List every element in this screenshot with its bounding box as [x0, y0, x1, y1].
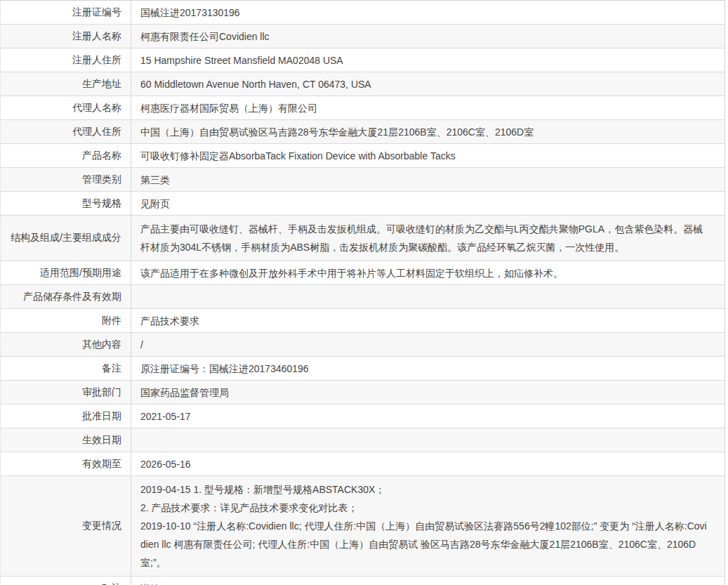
row-label-text: 代理人名称: [72, 102, 121, 114]
row-value: 柯惠有限责任公司Covidien llc: [131, 25, 724, 48]
row-label: 有效期至: [1, 452, 131, 475]
table-row: 有效期至2026-05-16: [1, 452, 724, 476]
row-value-text: 产品技术要求: [140, 314, 712, 328]
row-label-text: 审批部门: [82, 386, 121, 399]
row-label-text: 注册证编号: [72, 6, 121, 19]
row-label-text: 结构及组成/主要组成成分: [11, 232, 121, 244]
table-row: 产品名称可吸收钉修补固定器AbsorbaTack Fixation Device…: [1, 144, 724, 168]
row-label: 备注: [1, 357, 131, 380]
row-value: 60 Middletown Avenue North Haven, CT 064…: [131, 72, 724, 96]
row-label: 注册人住所: [1, 48, 131, 72]
row-value: 2026-05-16: [131, 452, 724, 475]
row-value-text: 2026-05-16: [140, 457, 712, 471]
row-value-text: 中国（上海）自由贸易试验区马吉路28号东华金融大厦21层2106B室、2106C…: [140, 125, 712, 139]
row-label: 注册人名称: [1, 25, 131, 48]
row-label-text: 产品名称: [82, 150, 121, 162]
row-label: 型号规格: [1, 192, 131, 215]
row-value-text: 该产品适用于在多种微创及开放外科手术中用于将补片等人工材料固定于软组织上，如疝修…: [140, 266, 712, 280]
row-value: 可吸收钉修补固定器AbsorbaTack Fixation Device wit…: [131, 144, 724, 167]
row-value-text: 柯惠有限责任公司Covidien llc: [140, 29, 712, 44]
row-value: 2019-04-15 1. 型号规格：新增型号规格ABSTACK30X；2. 产…: [131, 476, 724, 576]
row-label-text: 附件: [102, 315, 121, 327]
row-label: 生产地址: [1, 72, 131, 96]
row-value: 产品技术要求: [131, 309, 724, 332]
table-row: 注册人住所15 Hampshire Street Mansfield MA020…: [1, 48, 724, 72]
table-row: 管理类别第三类: [1, 168, 724, 192]
row-label: 变更情况: [1, 476, 131, 576]
row-label-text: 生效日期: [82, 434, 121, 447]
row-value: 原注册证编号：国械注进20173460196: [131, 357, 724, 380]
row-value: [131, 285, 724, 308]
table-row: 型号规格见附页: [1, 192, 724, 216]
row-value-text: /: [140, 338, 712, 352]
row-label: 管理类别: [1, 168, 131, 191]
row-value-text: 第三类: [140, 173, 712, 187]
row-value: 中国（上海）自由贸易试验区马吉路28号东华金融大厦21层2106B室、2106C…: [131, 120, 724, 143]
row-label: 代理人名称: [1, 96, 131, 119]
row-label: 批准日期: [1, 405, 131, 428]
value-line: 产品主要由可吸收缝钉、器械杆、手柄及击发扳机组成。可吸收缝钉的材质为乙交酯与L丙…: [140, 220, 712, 256]
table-row: 批准日期2021-05-17: [1, 405, 724, 428]
row-value: 柯惠医疗器材国际贸易（上海）有限公司: [131, 96, 724, 119]
row-label: 注册证编号: [1, 1, 131, 24]
row-label: 结构及组成/主要组成成分: [1, 216, 131, 261]
row-value: 国家药品监督管理局: [131, 381, 724, 404]
registration-info-table: 注册证编号国械注进20173130196注册人名称柯惠有限责任公司Covidie…: [0, 0, 725, 585]
table-row: 备注原注册证编号：国械注进20173460196: [1, 357, 724, 381]
table-row: 注册人名称柯惠有限责任公司Covidien llc: [1, 25, 724, 48]
row-label-text: 适用范围/预期用途: [40, 267, 121, 280]
detail-link[interactable]: 详情: [140, 581, 160, 585]
row-label: 其他内容: [1, 333, 131, 356]
table-row: 适用范围/预期用途该产品适用于在多种微创及开放外科手术中用于将补片等人工材料固定…: [1, 261, 724, 285]
row-value-text: 2021-05-17: [140, 409, 712, 423]
row-value: 国械注进20173130196: [131, 1, 724, 24]
table-row: 结构及组成/主要组成成分产品主要由可吸收缝钉、器械杆、手柄及击发扳机组成。可吸收…: [1, 216, 724, 261]
row-label: 产品储存条件及有效期: [1, 285, 131, 308]
row-value: 该产品适用于在多种微创及开放外科手术中用于将补片等人工材料固定于软组织上，如疝修…: [131, 261, 724, 284]
table-row: 附件产品技术要求: [1, 309, 724, 333]
row-value: [131, 428, 724, 452]
row-value-text: 可吸收钉修补固定器AbsorbaTack Fixation Device wit…: [140, 149, 712, 163]
row-label-text: 其他内容: [82, 338, 121, 351]
table-row: 生效日期: [1, 428, 724, 452]
row-label: 适用范围/预期用途: [1, 261, 131, 284]
row-value: 产品主要由可吸收缝钉、器械杆、手柄及击发扳机组成。可吸收缝钉的材质为乙交酯与L丙…: [131, 216, 724, 261]
table-row: 变更情况2019-04-15 1. 型号规格：新增型号规格ABSTACK30X；…: [1, 476, 724, 577]
table-row: 审批部门国家药品监督管理局: [1, 381, 724, 405]
row-value: 见附页: [131, 192, 724, 215]
row-label: 生效日期: [1, 428, 131, 452]
row-label: 附件: [1, 309, 131, 332]
row-label-text: 管理类别: [82, 173, 121, 186]
row-value: 15 Hampshire Street Mansfield MA02048 US…: [131, 48, 724, 72]
row-label-text: 备注: [102, 362, 121, 375]
row-label-text: 产品储存条件及有效期: [23, 291, 121, 303]
table-row: ?注详情: [1, 577, 724, 585]
table-row: 注册证编号国械注进20173130196: [1, 1, 724, 25]
row-label-text: 批准日期: [82, 410, 121, 423]
row-label-text: 变更情况: [82, 520, 121, 532]
row-label-text: 型号规格: [82, 197, 121, 210]
row-label: 代理人住所: [1, 120, 131, 143]
row-value-text: 国械注进20173130196: [140, 6, 712, 20]
row-label: 产品名称: [1, 144, 131, 167]
table-row: 其他内容/: [1, 333, 724, 357]
row-value: 详情: [131, 577, 724, 585]
row-value-text: 见附页: [140, 197, 712, 211]
table-row: 代理人住所中国（上海）自由贸易试验区马吉路28号东华金融大厦21层2106B室、…: [1, 120, 724, 144]
row-value-text: 15 Hampshire Street Mansfield MA02048 US…: [140, 53, 712, 67]
row-label-text: 生产地址: [82, 78, 121, 91]
value-line: 2019-04-15 1. 型号规格：新增型号规格ABSTACK30X；: [140, 480, 712, 499]
value-line: 2019-10-10 “注册人名称:Covidien llc; 代理人住所:中国…: [140, 517, 712, 572]
row-value: 第三类: [131, 168, 724, 191]
row-label-text: 注册人住所: [72, 54, 121, 67]
row-value: /: [131, 333, 724, 356]
row-value-text: 国家药品监督管理局: [140, 386, 712, 400]
row-label: 审批部门: [1, 381, 131, 404]
row-value-text: 柯惠医疗器材国际贸易（上海）有限公司: [140, 101, 712, 115]
row-value-text: 原注册证编号：国械注进20173460196: [140, 362, 712, 376]
row-label-text: 注: [112, 582, 121, 585]
row-value: 2021-05-17: [131, 405, 724, 428]
table-row: 产品储存条件及有效期: [1, 285, 724, 309]
table-row: 代理人名称柯惠医疗器材国际贸易（上海）有限公司: [1, 96, 724, 120]
row-label-text: 注册人名称: [72, 30, 121, 43]
